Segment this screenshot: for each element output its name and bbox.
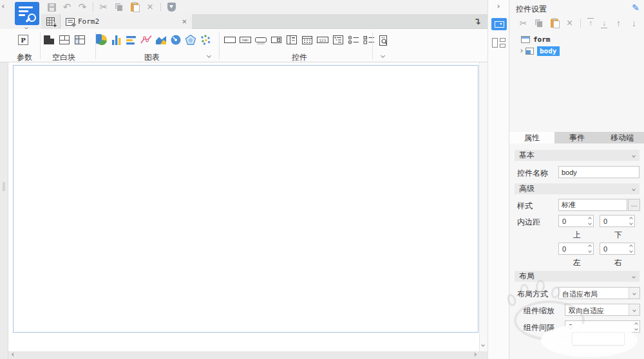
expand-node-icon[interactable]: [519, 49, 523, 53]
tab-properties[interactable]: 属性: [509, 132, 554, 143]
move-down-button[interactable]: ↓: [629, 18, 639, 28]
scroll-down-icon[interactable]: [481, 343, 485, 347]
tree-paste-button[interactable]: [549, 18, 559, 28]
textbox-widget-button[interactable]: [223, 35, 236, 45]
combobox-widget-button[interactable]: [270, 35, 283, 45]
edit-pencil-icon[interactable]: ✎: [632, 3, 639, 13]
collapse-right-icon[interactable]: [496, 5, 500, 8]
tree-widget-button[interactable]: [332, 35, 345, 45]
blank-section-label: 空白块: [52, 52, 75, 63]
splitter-handle: [3, 182, 5, 191]
widget-settings-rail-button[interactable]: [491, 18, 507, 30]
parameter-pane-button[interactable]: P: [18, 35, 28, 45]
spinner-up-icon[interactable]: [634, 322, 638, 326]
scatter-chart-button[interactable]: [200, 34, 211, 46]
spinner-up-icon[interactable]: [588, 244, 592, 248]
layout-block-icon: [500, 38, 506, 42]
tab-close-button[interactable]: ×: [182, 17, 187, 26]
layout-mode-dropdown[interactable]: 自适应布局: [558, 287, 640, 299]
panel-widget-button[interactable]: [285, 35, 298, 45]
spinner-down-icon[interactable]: [588, 221, 592, 225]
padding-bottom-spinner[interactable]: 0: [600, 215, 635, 227]
tree-delete-button[interactable]: ×: [565, 18, 574, 28]
collapse-left-icon[interactable]: [2, 5, 6, 8]
copy-button[interactable]: [114, 2, 124, 12]
style-input[interactable]: [558, 199, 627, 211]
redo-button[interactable]: ↷: [77, 2, 88, 12]
section-advanced[interactable]: 高级: [515, 183, 639, 194]
dropdown-button[interactable]: [629, 288, 639, 299]
spinner-up-icon[interactable]: [629, 244, 633, 248]
report-block-button[interactable]: [44, 35, 54, 44]
chart-section-expand-icon[interactable]: [207, 53, 211, 58]
vertical-scrollbar[interactable]: [479, 62, 488, 351]
spinner-down-icon[interactable]: [634, 327, 638, 331]
spinner-down-icon[interactable]: [629, 249, 633, 253]
scroll-right-icon[interactable]: [473, 353, 477, 356]
preview-button[interactable]: [15, 2, 39, 25]
left-collapse-strip[interactable]: [0, 62, 8, 359]
spinner-up-icon[interactable]: [588, 217, 592, 221]
bar-chart-icon: [126, 34, 137, 46]
bar-chart-button[interactable]: [126, 34, 137, 46]
padding-top-spinner[interactable]: 0: [558, 215, 594, 227]
move-to-bottom-button[interactable]: ↓: [600, 18, 608, 28]
move-to-top-button[interactable]: ↑: [587, 18, 594, 28]
float-window-icon[interactable]: ↴: [473, 16, 481, 26]
widget-name-input[interactable]: [558, 166, 639, 178]
tree-node-form[interactable]: form: [509, 33, 644, 45]
textbox-widget-icon: [223, 35, 236, 45]
gauge-chart-button[interactable]: [170, 34, 182, 46]
tree-copy-button[interactable]: [534, 18, 544, 28]
radar-chart-button[interactable]: [185, 34, 196, 46]
datepicker-widget-icon: [301, 35, 314, 45]
spinner-up-icon[interactable]: [629, 217, 633, 221]
tab-block-button[interactable]: [59, 35, 70, 44]
delete-button[interactable]: ×: [145, 2, 155, 12]
component-library-rail-button[interactable]: [492, 37, 506, 49]
combobox-widget-icon: [270, 35, 283, 45]
component-scale-dropdown[interactable]: 双向自适应: [565, 304, 640, 316]
paste-button[interactable]: [129, 2, 140, 12]
style-more-button[interactable]: …: [628, 199, 640, 211]
checkbox-group-widget-button[interactable]: [363, 35, 375, 45]
absolute-block-button[interactable]: [75, 35, 85, 44]
label-widget-button[interactable]: lab: [239, 35, 252, 45]
button-widget-button[interactable]: [254, 35, 267, 45]
padding-left-spinner[interactable]: 0: [558, 243, 594, 255]
scroll-left-icon[interactable]: [12, 353, 15, 356]
version-check-button[interactable]: [166, 2, 176, 12]
section-layout[interactable]: 布局: [515, 271, 639, 282]
horizontal-scrollbar[interactable]: [8, 351, 488, 359]
svg-text:123: 123: [319, 38, 326, 42]
spinner-down-icon[interactable]: [629, 221, 633, 225]
save-button[interactable]: [46, 2, 57, 12]
tree-node-body[interactable]: body: [509, 45, 644, 57]
new-template-button[interactable]: [41, 14, 61, 29]
widget-section-expand-icon[interactable]: [381, 53, 385, 58]
tab-mobile[interactable]: 移动端: [600, 132, 644, 143]
tab-form2[interactable]: Form2 ×: [61, 14, 192, 29]
radio-group-widget-button[interactable]: [347, 35, 360, 45]
pie-chart-button[interactable]: [96, 34, 108, 46]
line-chart-button[interactable]: [140, 34, 152, 46]
undo-button[interactable]: ↶: [62, 2, 72, 12]
column-chart-button[interactable]: [111, 34, 122, 46]
tab-events[interactable]: 事件: [554, 132, 600, 143]
page-preview-icon: [377, 35, 389, 46]
tree-cut-button[interactable]: ✂: [518, 18, 528, 28]
move-up-button[interactable]: ↑: [614, 18, 623, 28]
area-chart-button[interactable]: [155, 34, 167, 46]
form-body-canvas[interactable]: [13, 65, 478, 333]
dropdown-button[interactable]: [629, 304, 639, 315]
datepicker-widget-button[interactable]: [301, 35, 314, 45]
cut-button[interactable]: ✂: [99, 2, 109, 12]
padding-right-spinner[interactable]: 0: [600, 243, 635, 255]
number-widget-button[interactable]: 123: [316, 35, 329, 45]
tree-toolbar: ✂ × ↑ ↓ ↑ ↓: [518, 17, 639, 29]
template-tab-bar: Form2 × ↴: [0, 14, 488, 29]
preview-settings-button[interactable]: [377, 35, 389, 46]
spinner-down-icon[interactable]: [588, 249, 592, 253]
component-gap-spinner[interactable]: 0: [565, 320, 640, 333]
section-basic[interactable]: 基本: [515, 150, 639, 161]
